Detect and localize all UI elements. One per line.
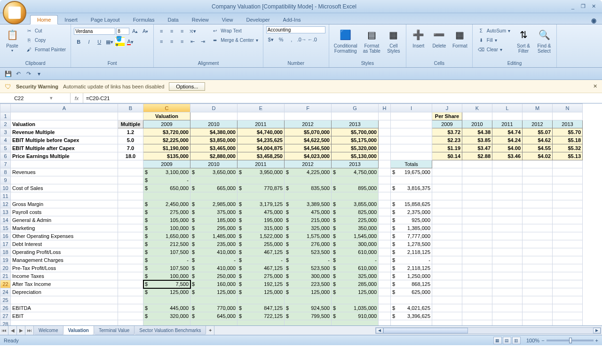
cell[interactable]: $225,000 xyxy=(332,216,379,224)
cell[interactable] xyxy=(553,248,583,256)
cell[interactable] xyxy=(492,168,523,176)
cell[interactable]: $3,458,250 xyxy=(238,152,285,160)
cell[interactable] xyxy=(190,320,238,326)
comma-format-button[interactable]: , xyxy=(287,35,296,44)
cell[interactable] xyxy=(190,112,238,120)
cell[interactable]: $1,522,000 xyxy=(238,232,285,240)
col-header-B[interactable]: B xyxy=(118,104,143,112)
cell[interactable]: Revenues xyxy=(11,168,118,176)
cell[interactable]: Operating Profit/Loss xyxy=(11,248,118,256)
align-right-button[interactable]: ≡ xyxy=(177,37,187,46)
cell[interactable]: $300,000 xyxy=(285,272,332,280)
cell[interactable] xyxy=(462,232,492,240)
cell[interactable]: $- xyxy=(285,256,332,264)
font-color-button[interactable]: A▾ xyxy=(126,37,135,47)
cell[interactable]: EBIT xyxy=(11,312,118,320)
cell[interactable]: $107,500 xyxy=(143,264,190,272)
cell[interactable] xyxy=(379,128,391,136)
cell[interactable] xyxy=(492,240,523,248)
cell[interactable] xyxy=(379,176,391,184)
cell[interactable]: $5.18 xyxy=(553,136,583,144)
cell[interactable] xyxy=(379,296,391,304)
cell[interactable] xyxy=(492,280,523,288)
cell[interactable] xyxy=(379,160,391,168)
cell[interactable] xyxy=(143,192,190,200)
cell[interactable]: $325,000 xyxy=(285,224,332,232)
cell[interactable]: $3,950,000 xyxy=(238,168,285,176)
cell[interactable] xyxy=(379,264,391,272)
col-header-I[interactable]: I xyxy=(391,104,432,112)
cell[interactable]: 2009 xyxy=(143,120,190,128)
cell[interactable] xyxy=(11,112,118,120)
cell[interactable] xyxy=(523,240,553,248)
zoom-level[interactable]: 100% xyxy=(526,338,539,343)
cell[interactable]: $445,000 xyxy=(143,304,190,312)
zoom-slider[interactable] xyxy=(547,340,594,341)
cell[interactable]: $475,000 xyxy=(285,208,332,216)
cell[interactable] xyxy=(553,200,583,208)
cell[interactable] xyxy=(492,160,523,168)
cell[interactable] xyxy=(492,264,523,272)
cell[interactable]: $4,546,500 xyxy=(285,144,332,152)
row-header[interactable]: 17 xyxy=(0,240,11,248)
cell[interactable]: 2013 xyxy=(332,160,379,168)
cell[interactable] xyxy=(391,176,432,184)
cell[interactable] xyxy=(143,296,190,304)
cell[interactable]: $3,179,125 xyxy=(238,200,285,208)
cell[interactable]: $3,855,000 xyxy=(332,200,379,208)
cell[interactable]: $4.24 xyxy=(492,136,523,144)
cell[interactable]: $7,500 xyxy=(143,280,190,288)
cell[interactable] xyxy=(553,304,583,312)
cell[interactable]: $125,000 xyxy=(143,288,190,296)
underline-button[interactable]: U xyxy=(95,37,104,47)
border-button[interactable]: ▦▾ xyxy=(105,37,114,47)
align-top-button[interactable]: ≡ xyxy=(157,26,166,36)
cell[interactable] xyxy=(523,304,553,312)
row-header[interactable]: 2 xyxy=(0,120,11,128)
cell[interactable] xyxy=(379,232,391,240)
cell[interactable]: $3,720,000 xyxy=(143,128,190,136)
cell[interactable] xyxy=(523,160,553,168)
cell[interactable] xyxy=(379,184,391,192)
cell[interactable] xyxy=(462,248,492,256)
cell[interactable]: $4,750,000 xyxy=(332,168,379,176)
cell[interactable] xyxy=(432,168,462,176)
cell[interactable]: $868,125 xyxy=(391,280,432,288)
zoom-out-button[interactable]: − xyxy=(541,338,544,343)
cell[interactable] xyxy=(391,320,432,326)
cell[interactable]: $770,875 xyxy=(238,184,285,192)
cell[interactable]: 18.0 xyxy=(118,152,143,160)
cell[interactable]: $2,880,000 xyxy=(190,152,238,160)
cell[interactable]: $295,000 xyxy=(190,224,238,232)
row-header[interactable]: 26 xyxy=(0,304,11,312)
sheet-tab-valuation[interactable]: Valuation xyxy=(63,326,94,335)
accounting-format-button[interactable]: $▾ xyxy=(266,35,276,44)
cell[interactable] xyxy=(118,240,143,248)
col-header-D[interactable]: D xyxy=(190,104,238,112)
row-header[interactable]: 20 xyxy=(0,264,11,272)
row-header[interactable]: 7 xyxy=(0,160,11,168)
cell[interactable]: $2,985,000 xyxy=(190,200,238,208)
cell[interactable] xyxy=(523,176,553,184)
cell[interactable]: $4,004,875 xyxy=(238,144,285,152)
cell[interactable] xyxy=(523,256,553,264)
cell[interactable]: Price Earnings Multiple xyxy=(11,152,118,160)
cell[interactable] xyxy=(462,160,492,168)
cell[interactable]: $135,000 xyxy=(143,152,190,160)
cell[interactable] xyxy=(553,192,583,200)
cell[interactable] xyxy=(332,112,379,120)
cell[interactable]: $300,000 xyxy=(332,240,379,248)
cell[interactable] xyxy=(553,184,583,192)
cell[interactable]: $- xyxy=(332,256,379,264)
cell[interactable] xyxy=(462,168,492,176)
increase-indent-button[interactable]: ⇥ xyxy=(198,37,207,46)
cell[interactable] xyxy=(492,256,523,264)
cell[interactable]: $2,225,000 xyxy=(143,136,190,144)
row-header[interactable]: 10 xyxy=(0,184,11,192)
row-header[interactable]: 6 xyxy=(0,152,11,160)
decrease-indent-button[interactable]: ⇤ xyxy=(188,37,197,46)
cell[interactable] xyxy=(118,192,143,200)
cell[interactable] xyxy=(553,232,583,240)
cell[interactable]: $3,100,000 xyxy=(143,168,190,176)
cell[interactable] xyxy=(118,280,143,288)
